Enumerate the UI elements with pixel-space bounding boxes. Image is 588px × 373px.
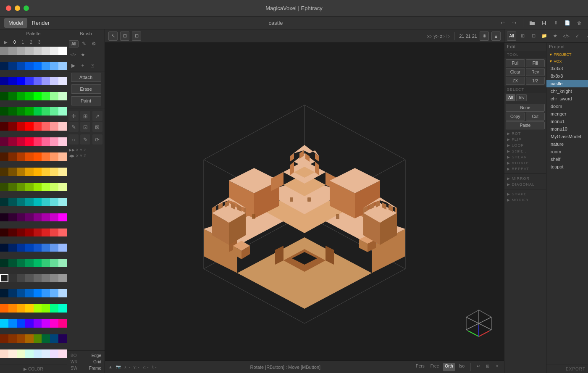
color-cell-extra-0[interactable] <box>0 304 8 313</box>
color-cell-extra-25[interactable] <box>8 349 17 358</box>
attach-button[interactable]: Attach <box>71 73 101 82</box>
color-cell-48[interactable] <box>0 137 8 146</box>
color-cell-50[interactable] <box>17 137 25 146</box>
color-cell-98[interactable] <box>17 229 25 237</box>
color-cell-extra-19[interactable] <box>25 334 34 343</box>
color-cell-80[interactable] <box>0 198 8 206</box>
export-button[interactable]: ⬆ <box>551 18 560 28</box>
erase-button[interactable]: Erase <box>71 84 101 94</box>
grid-label[interactable]: Grid <box>93 360 101 364</box>
color-cell-19[interactable] <box>25 77 34 85</box>
color-cell-125[interactable] <box>42 274 50 282</box>
color-cell-51[interactable] <box>25 137 34 146</box>
color-cell-33[interactable] <box>8 107 17 116</box>
axis-z[interactable]: Z <box>84 148 86 152</box>
color-cell-56[interactable] <box>0 152 8 161</box>
rot-section[interactable]: ▶ ROT <box>504 131 546 137</box>
maximize-button[interactable] <box>24 5 29 11</box>
select-all-btn[interactable]: All <box>506 94 515 101</box>
color-cell-97[interactable] <box>8 229 17 237</box>
color-cell-54[interactable] <box>50 137 58 146</box>
close-button[interactable] <box>6 5 11 11</box>
color-cell-extra-21[interactable] <box>42 334 50 343</box>
tool-full-btn[interactable]: Full <box>506 59 525 67</box>
color-cell-135[interactable] <box>58 289 67 297</box>
select-copy-btn[interactable]: Copy <box>506 113 525 121</box>
delete-button[interactable]: 🗑 <box>575 18 584 28</box>
color-cell-114[interactable] <box>17 259 25 267</box>
color-cell-10[interactable] <box>17 62 25 70</box>
color-cell-112[interactable] <box>0 259 8 267</box>
color-cell-85[interactable] <box>42 198 50 206</box>
color-cell-37[interactable] <box>42 107 50 116</box>
view-orth[interactable]: Orth <box>443 363 454 371</box>
color-cell-8[interactable] <box>0 62 8 70</box>
diagonal-section[interactable]: ▶ DIAGONAL <box>504 181 546 187</box>
view-grid[interactable]: ⊞ <box>484 363 491 371</box>
color-cell-22[interactable] <box>50 77 58 85</box>
view-pers[interactable]: Pers <box>414 363 426 371</box>
color-cell-36[interactable] <box>34 107 42 116</box>
tool-scale[interactable]: ⊞ <box>80 111 90 121</box>
color-cell-30[interactable] <box>50 92 58 100</box>
cursor-tool-btn[interactable]: ↖ <box>108 32 118 41</box>
color-cell-extra-18[interactable] <box>17 334 25 343</box>
color-cell-28[interactable] <box>34 92 42 100</box>
project-item-3x3x3[interactable]: 3x3x3 <box>546 65 588 72</box>
tool-pencil[interactable]: ✎ <box>68 122 79 132</box>
color-cell-46[interactable] <box>50 122 58 131</box>
project-item-chr-knight[interactable]: chr_knight <box>546 87 588 95</box>
color-cell-55[interactable] <box>58 137 67 146</box>
color-footer[interactable]: ▶ COLOR <box>0 365 67 373</box>
color-cell-68[interactable] <box>34 168 42 176</box>
color-cell-107[interactable] <box>25 244 34 252</box>
color-cell-49[interactable] <box>8 137 17 146</box>
color-cell-101[interactable] <box>42 229 50 237</box>
tool-extra1[interactable]: ↔ <box>68 134 79 144</box>
color-cell-78[interactable] <box>50 183 58 191</box>
grid-view-btn[interactable]: ⊞ <box>120 32 129 41</box>
color-cell-extra-26[interactable] <box>17 349 25 358</box>
menu-model[interactable]: Model <box>4 18 27 28</box>
color-cell-21[interactable] <box>42 77 50 85</box>
shear-section[interactable]: ▶ SHEAR <box>504 154 546 160</box>
project-item-chr-sword[interactable]: chr_sword <box>546 95 588 102</box>
color-cell-82[interactable] <box>17 198 25 206</box>
project-item-monu1[interactable]: monu1 <box>546 118 588 125</box>
layout-btn[interactable]: ⊟ <box>132 32 141 41</box>
color-cell-74[interactable] <box>17 183 25 191</box>
right-search-btn[interactable]: ⊟ <box>529 32 538 41</box>
color-cell-100[interactable] <box>34 229 42 237</box>
project-item-doom[interactable]: doom <box>546 102 588 110</box>
scale-section[interactable]: ▶ ScalE . <box>504 148 546 154</box>
redo-button[interactable]: ↪ <box>509 18 519 28</box>
color-cell-109[interactable] <box>42 244 50 252</box>
view-reset[interactable]: ↩ <box>475 363 482 371</box>
color-cell-106[interactable] <box>17 244 25 252</box>
view-free[interactable]: Free <box>429 363 441 371</box>
color-cell-6[interactable] <box>50 47 58 55</box>
color-cell-102[interactable] <box>50 229 58 237</box>
color-cell-128[interactable] <box>0 289 8 297</box>
color-cell-9[interactable] <box>8 62 17 70</box>
color-cell-42[interactable] <box>17 122 25 131</box>
color-cell-extra-7[interactable] <box>58 304 67 313</box>
color-cell-95[interactable] <box>58 213 67 222</box>
camera-btn[interactable]: ▲ <box>491 32 501 41</box>
color-cell-110[interactable] <box>50 244 58 252</box>
color-cell-92[interactable] <box>34 213 42 222</box>
modify-section[interactable]: ▶ MODIFY <box>504 197 546 203</box>
color-cell-44[interactable] <box>34 122 42 131</box>
color-cell-extra-9[interactable] <box>8 319 17 328</box>
axis-x[interactable]: X <box>76 148 79 152</box>
color-cell-extra-15[interactable] <box>58 319 67 328</box>
color-cell-122[interactable] <box>17 274 25 282</box>
project-item-menger[interactable]: menger <box>546 110 588 118</box>
color-cell-extra-27[interactable] <box>25 349 34 358</box>
color-cell-39[interactable] <box>58 107 67 116</box>
color-cell-113[interactable] <box>8 259 17 267</box>
flip-section[interactable]: ▶ FLIP <box>504 137 546 142</box>
project-item-monu10[interactable]: monu10 <box>546 125 588 133</box>
project-item-teapot[interactable]: teapot <box>546 163 588 171</box>
color-cell-29[interactable] <box>42 92 50 100</box>
